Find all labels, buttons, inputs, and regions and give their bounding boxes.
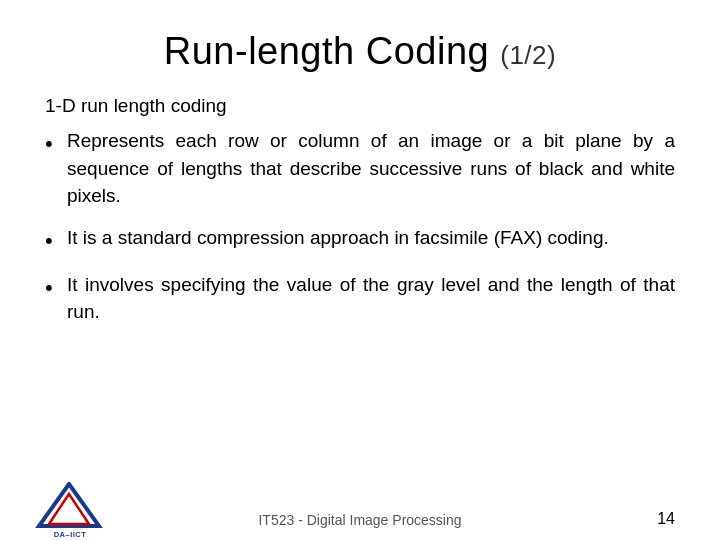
logo-text: DA–IICT (35, 530, 105, 539)
svg-marker-0 (39, 484, 99, 526)
svg-marker-1 (49, 494, 89, 524)
title-text: Run-length Coding (164, 30, 489, 72)
bullet-dot-2: • (45, 225, 67, 257)
bullet-dot-1: • (45, 128, 67, 160)
bullet-text-1: Represents each row or column of an imag… (67, 127, 675, 210)
bullet-dot-3: • (45, 272, 67, 304)
da-iict-logo: DA-IICT (35, 482, 103, 530)
bullet-list: • Represents each row or column of an im… (45, 127, 675, 490)
bullet-item-3: • It involves specifying the value of th… (45, 271, 675, 326)
section-label: 1-D run length coding (45, 95, 675, 117)
bullet-item-1: • Represents each row or column of an im… (45, 127, 675, 210)
slide-title: Run-length Coding (1/2) (45, 30, 675, 73)
footer-text: IT523 - Digital Image Processing (258, 512, 461, 528)
logo-container: DA-IICT DA–IICT (35, 482, 105, 532)
bullet-item-2: • It is a standard compression approach … (45, 224, 675, 257)
title-subtitle: (1/2) (500, 40, 556, 70)
bullet-text-3: It involves specifying the value of the … (67, 271, 675, 326)
slide-container: Run-length Coding (1/2) 1-D run length c… (0, 0, 720, 540)
page-number: 14 (657, 510, 675, 528)
bullet-text-2: It is a standard compression approach in… (67, 224, 675, 252)
